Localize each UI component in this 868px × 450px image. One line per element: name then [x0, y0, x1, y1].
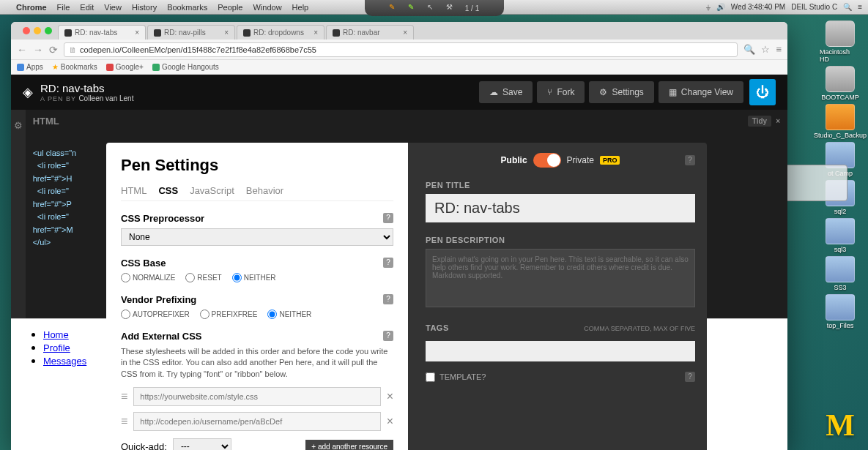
reload-button[interactable]: ⟳ [49, 44, 58, 56]
drag-handle-icon[interactable]: ≡ [121, 415, 127, 428]
delete-resource-icon[interactable]: × [387, 390, 393, 403]
pane-close-icon[interactable]: × [776, 117, 780, 125]
menu-edit[interactable]: Edit [80, 3, 94, 12]
page-counter: 1 / 1 [465, 4, 479, 12]
radio-reset[interactable]: RESET [185, 273, 221, 282]
fork-button[interactable]: ⑂Fork [537, 81, 585, 103]
editor-pane-label: HTML [33, 116, 59, 127]
bookmark-bookmarks[interactable]: ★Bookmarks [52, 63, 97, 71]
tab-javascript[interactable]: JavaScript [190, 185, 234, 196]
studio-label[interactable]: DEIL Studio C [791, 3, 837, 11]
background-window[interactable] [778, 165, 847, 201]
volume-icon[interactable]: 🔊 [716, 3, 725, 11]
help-icon[interactable]: ? [685, 372, 695, 382]
help-icon[interactable]: ? [383, 213, 393, 223]
menu-icon[interactable]: ≡ [858, 3, 862, 11]
star-icon[interactable]: ☆ [761, 44, 770, 55]
pen-settings-modal: Pen Settings HTML CSS JavaScript Behavio… [106, 143, 707, 450]
desktop-icon-ss3[interactable]: SS3 [820, 256, 861, 291]
tab-close-icon[interactable]: × [314, 29, 318, 37]
radio-normalize[interactable]: NORMALIZE [121, 273, 175, 282]
radio-neither[interactable]: NEITHER [232, 273, 276, 282]
menu-file[interactable]: File [57, 3, 70, 12]
preview-link-messages[interactable]: Messages [43, 356, 86, 367]
delete-resource-icon[interactable]: × [387, 415, 393, 428]
pen-description-input[interactable] [426, 249, 695, 307]
window-close-icon[interactable] [23, 27, 30, 34]
change-view-button[interactable]: ▦Change View [659, 81, 743, 103]
editor-area: ⚙ HTML Tidy × <ul class="n <li role=" hr… [11, 110, 787, 450]
save-button[interactable]: ☁Save [479, 81, 533, 103]
bookmark-google-plus[interactable]: Google+ [106, 63, 144, 71]
external-css-input-1[interactable] [133, 387, 380, 406]
radio-autoprefixer[interactable]: AUTOPREFIXER [121, 310, 190, 319]
desktop-icon-bootcamp[interactable]: BOOTCAMP [820, 66, 861, 101]
hamburger-icon[interactable]: ≡ [776, 44, 782, 55]
tab-close-icon[interactable]: × [403, 29, 407, 37]
desktop-icon-studio-c-backup[interactable]: Studio_C_Backup [820, 104, 861, 139]
pen-title[interactable]: RD: nav-tabs [40, 82, 133, 94]
tab-css[interactable]: CSS [158, 185, 178, 196]
tab-close-icon[interactable]: × [135, 29, 139, 37]
tab-close-icon[interactable]: × [224, 29, 229, 37]
menubar-app[interactable]: Chrome [16, 3, 47, 12]
window-minimize-icon[interactable] [34, 27, 41, 34]
menu-help[interactable]: Help [292, 3, 309, 12]
browser-tab-dropdowns[interactable]: RD: dropdowns× [237, 25, 324, 40]
preview-link-home[interactable]: Home [43, 329, 69, 340]
wifi-icon[interactable]: ⏚ [706, 3, 711, 11]
window-zoom-icon[interactable] [45, 27, 52, 34]
desktop-icon-top-files[interactable]: top_Files [820, 294, 861, 329]
codepen-logo-icon[interactable]: ◈ [23, 84, 33, 100]
login-button[interactable]: ⏻ [749, 79, 776, 105]
help-icon[interactable]: ? [383, 258, 393, 268]
help-icon[interactable]: ? [685, 155, 695, 165]
editor-settings-icon[interactable]: ⚙ [11, 110, 26, 131]
add-resource-button[interactable]: + add another resource [305, 440, 393, 450]
clock[interactable]: Wed 3:48:40 PM [731, 3, 785, 11]
michigan-logo: M [826, 408, 855, 443]
browser-tab-nav-tabs[interactable]: RD: nav-tabs× [58, 25, 146, 40]
menu-history[interactable]: History [132, 3, 157, 12]
url-input[interactable]: 🗎 codepen.io/ColleenEMc/pen/d15f488c7e2f… [64, 42, 738, 57]
settings-left-panel: Pen Settings HTML CSS JavaScript Behavio… [106, 143, 414, 450]
menu-people[interactable]: People [218, 3, 242, 12]
desktop-icon-macintosh-hd[interactable]: Macintosh HD [820, 20, 861, 63]
template-checkbox[interactable] [426, 372, 435, 382]
settings-right-panel: Public Private PRO ? PEN TITLE PEN DESCR… [414, 143, 707, 450]
tab-behavior[interactable]: Behavior [246, 185, 283, 196]
tidy-button[interactable]: Tidy [748, 116, 771, 127]
drag-handle-icon[interactable]: ≡ [121, 390, 127, 403]
hammer-icon[interactable]: ⚒ [446, 3, 456, 13]
desktop-icon-sql3[interactable]: sql3 [820, 218, 861, 253]
privacy-toggle[interactable] [533, 153, 561, 168]
menu-bookmarks[interactable]: Bookmarks [167, 3, 207, 12]
pointer-icon[interactable]: ↖ [427, 3, 437, 13]
back-button[interactable]: ← [17, 44, 27, 56]
browser-tab-nav-pills[interactable]: RD: nav-pills× [147, 25, 235, 40]
zoom-icon[interactable]: 🔍 [743, 44, 755, 55]
external-css-input-2[interactable] [133, 412, 380, 431]
css-preprocessor-select[interactable]: None [121, 228, 393, 246]
codepen-header: ◈ RD: nav-tabs A PEN BY Colleen van Lent… [11, 75, 787, 110]
highlighter-icon[interactable]: ✎ [408, 3, 418, 13]
author-link[interactable]: Colleen van Lent [78, 94, 133, 102]
help-icon[interactable]: ? [383, 331, 393, 341]
spotlight-icon[interactable]: 🔍 [843, 3, 852, 11]
menu-view[interactable]: View [104, 3, 122, 12]
settings-button[interactable]: ⚙Settings [589, 81, 653, 103]
preview-link-profile[interactable]: Profile [43, 342, 70, 353]
bookmark-apps[interactable]: Apps [17, 63, 43, 71]
tab-html[interactable]: HTML [121, 185, 146, 196]
forward-button[interactable]: → [33, 44, 43, 56]
browser-tab-navbar[interactable]: RD: navbar× [326, 25, 414, 40]
pen-title-input[interactable] [426, 194, 695, 222]
tags-input[interactable] [426, 341, 695, 361]
radio-prefixfree[interactable]: PREFIXFREE [200, 310, 258, 319]
pencil-icon[interactable]: ✎ [389, 3, 399, 13]
quick-add-select[interactable]: --- [173, 438, 231, 450]
help-icon[interactable]: ? [383, 294, 393, 304]
radio-vendor-neither[interactable]: NEITHER [267, 310, 311, 319]
bookmark-hangouts[interactable]: Google Hangouts [152, 63, 219, 71]
menu-window[interactable]: Window [253, 3, 281, 12]
